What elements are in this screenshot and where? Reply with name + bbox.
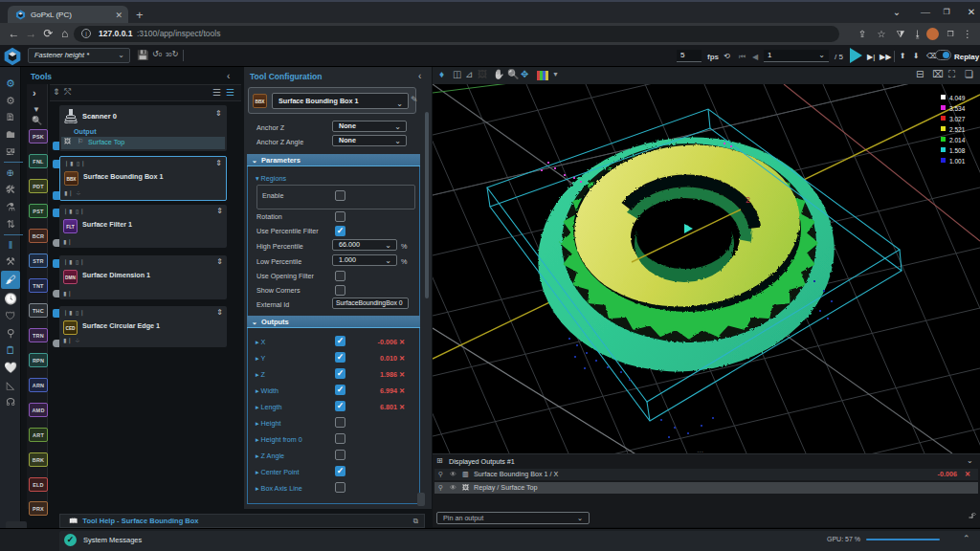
svg-text:2.014: 2.014 — [949, 137, 966, 143]
svg-text:3.027: 3.027 — [949, 116, 966, 122]
svg-text:2.521: 2.521 — [949, 126, 966, 133]
svg-text:1.001: 1.001 — [949, 158, 966, 165]
svg-text:4.049: 4.049 — [949, 95, 966, 101]
svg-text:2: 2 — [746, 195, 750, 205]
svg-text:3.534: 3.534 — [949, 105, 966, 112]
svg-text:1.508: 1.508 — [949, 147, 966, 154]
